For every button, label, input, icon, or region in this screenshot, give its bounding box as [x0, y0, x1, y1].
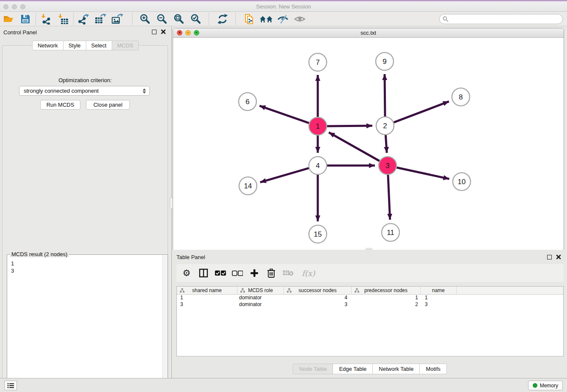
deselect-all-button[interactable] — [231, 267, 243, 279]
edge-3-11[interactable] — [388, 175, 390, 220]
export-table-button[interactable] — [92, 13, 109, 25]
column-header-successor-nodes[interactable]: successor nodes — [284, 287, 352, 294]
criterion-dropdown[interactable]: strongly connected component — [19, 86, 150, 96]
cell-name[interactable]: 3 — [421, 301, 457, 308]
run-mcds-button[interactable]: Run MCDS — [40, 100, 80, 110]
import-table-icon — [58, 14, 69, 25]
plus-icon — [250, 269, 259, 277]
toolbar-separator — [73, 13, 74, 25]
add-column-button[interactable] — [248, 267, 260, 279]
tab-edge-table[interactable]: Edge Table — [333, 364, 373, 374]
table-settings-button[interactable]: ⚙ — [181, 267, 193, 279]
tree-icon — [240, 288, 245, 293]
edge-2-3[interactable] — [385, 135, 387, 153]
toolbar-separator — [132, 13, 132, 25]
memory-button[interactable]: Memory — [528, 381, 563, 390]
column-header-shared-name[interactable]: shared name — [177, 287, 237, 294]
cell-shared-name[interactable]: 1 — [177, 295, 237, 301]
zoom-fit-icon — [173, 14, 184, 25]
export-network-icon — [78, 14, 89, 25]
export-network-button[interactable] — [75, 13, 92, 25]
graph-node-label-1: 1 — [316, 122, 319, 130]
delete-table-button[interactable] — [282, 267, 294, 279]
edge-2-8[interactable] — [394, 102, 449, 123]
cell-mcds-role[interactable]: dominator — [237, 301, 284, 308]
clone-network-icon — [244, 14, 255, 25]
tab-network-table[interactable]: Network Table — [373, 364, 420, 374]
mcds-result-text[interactable]: 1 3 — [7, 258, 162, 392]
memory-status-icon — [533, 383, 537, 388]
edge-1-6[interactable] — [259, 106, 309, 123]
status-bar: Memory — [0, 378, 567, 392]
open-session-button[interactable] — [0, 13, 17, 25]
network-canvas[interactable]: 7968124314101511 — [173, 38, 564, 250]
network-window-titlebar[interactable]: ✕ – + scc.txt — [173, 28, 564, 38]
edge-2-9[interactable] — [385, 74, 385, 116]
tree-icon — [355, 288, 359, 293]
delete-column-button[interactable] — [265, 267, 277, 279]
refresh-button[interactable] — [214, 13, 231, 25]
trash-icon — [267, 268, 275, 278]
close-table-panel-icon[interactable] — [556, 254, 561, 259]
toolbar-separator — [235, 13, 236, 25]
tab-network[interactable]: Network — [32, 41, 63, 50]
graph-node-label-7: 7 — [316, 58, 319, 66]
show-graphics-details-button[interactable] — [292, 13, 308, 25]
toolbar-separator — [209, 13, 209, 25]
edge-3-1[interactable] — [329, 133, 380, 161]
function-builder-button[interactable]: f(x) — [299, 267, 318, 279]
network-title: scc.txt — [173, 30, 564, 36]
graph-node-label-8: 8 — [459, 93, 462, 101]
graph-node-label-2: 2 — [383, 122, 387, 130]
clone-network-button[interactable] — [241, 13, 258, 25]
control-panel: Control Panel Network Style Select MCDS … — [0, 26, 171, 378]
cell-successor-nodes[interactable]: 4 — [284, 295, 352, 301]
column-header-name[interactable]: name — [421, 287, 457, 294]
table-row[interactable]: 3 dominator 3 2 3 — [177, 301, 563, 308]
cell-successor-nodes[interactable]: 3 — [284, 301, 352, 308]
import-table-button[interactable] — [55, 13, 72, 25]
edge-1-2[interactable] — [327, 126, 372, 126]
cell-name[interactable]: 1 — [421, 295, 457, 301]
cell-mcds-role[interactable]: dominator — [237, 295, 284, 301]
zoom-selected-button[interactable] — [187, 13, 204, 25]
close-panel-icon[interactable] — [161, 29, 166, 34]
network-resize-grip[interactable] — [366, 248, 372, 250]
tab-select[interactable]: Select — [86, 41, 112, 50]
tab-mcds[interactable]: MCDS — [112, 41, 139, 50]
tab-node-table[interactable]: Node Table — [293, 364, 333, 374]
edge-4-14[interactable] — [260, 168, 309, 182]
mac-titlebar: Session: New Session — [0, 1, 567, 12]
float-panel-icon[interactable] — [152, 30, 157, 34]
table-toolbar: ⚙ — [176, 264, 564, 282]
first-neighbors-button[interactable] — [258, 13, 275, 25]
show-eye-icon — [294, 14, 306, 24]
tab-style[interactable]: Style — [63, 41, 86, 50]
mcds-result-title: MCDS result (2 nodes) — [10, 251, 69, 257]
select-all-button[interactable] — [215, 267, 226, 279]
tab-motifs[interactable]: Motifs — [420, 364, 447, 374]
search-input[interactable] — [439, 14, 563, 24]
cell-predecessor-nodes[interactable]: 2 — [352, 301, 421, 308]
task-history-button[interactable] — [4, 381, 17, 390]
hide-graphics-details-button[interactable] — [275, 13, 292, 25]
close-panel-button[interactable]: Close panel — [86, 100, 130, 110]
memory-label: Memory — [540, 383, 558, 389]
result-scrollbar[interactable] — [162, 255, 168, 392]
zoom-out-button[interactable] — [154, 13, 171, 25]
zoom-in-button[interactable] — [137, 13, 154, 25]
column-header-mcds-role[interactable]: MCDS role — [237, 287, 284, 294]
cell-predecessor-nodes[interactable]: 1 — [352, 295, 421, 301]
cell-shared-name[interactable]: 3 — [177, 301, 237, 308]
import-network-button[interactable] — [38, 13, 55, 25]
export-image-button[interactable] — [109, 13, 126, 25]
search-field[interactable] — [439, 14, 563, 24]
table-row[interactable]: 1 dominator 4 1 1 — [177, 295, 563, 301]
tree-icon — [180, 288, 184, 293]
save-session-button[interactable] — [17, 13, 34, 25]
show-columns-button[interactable] — [198, 267, 209, 279]
column-header-predecessor-nodes[interactable]: predecessor nodes — [352, 287, 421, 294]
float-table-panel-icon[interactable] — [547, 255, 552, 259]
edge-3-10[interactable] — [397, 168, 449, 179]
zoom-fit-button[interactable] — [171, 13, 187, 25]
